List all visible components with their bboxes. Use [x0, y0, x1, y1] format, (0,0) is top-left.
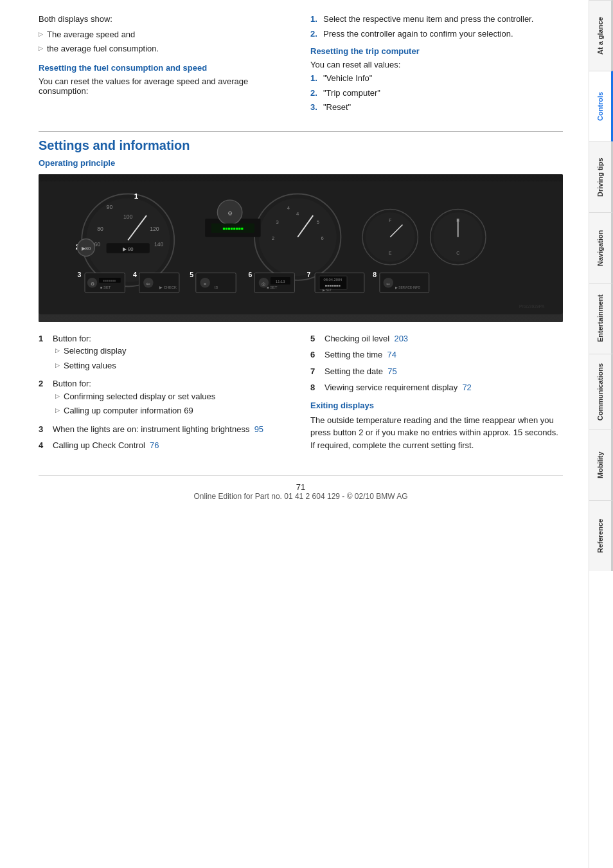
tri-icon: ▷ [55, 347, 60, 356]
trip-intro: You can reset all values: [310, 60, 563, 69]
bullet-avg-speed-text: The average speed and [47, 28, 135, 41]
desc-1-bullet-2: ▷ Setting values [55, 359, 291, 372]
desc-5-link[interactable]: 203 [394, 334, 408, 343]
tab-navigation-label: Navigation [596, 230, 604, 266]
desc-7-link[interactable]: 75 [387, 366, 396, 376]
trip-step-2-num: 2. [310, 87, 319, 100]
desc-num-8: 8 [310, 381, 319, 394]
svg-text:90: 90 [107, 204, 113, 211]
desc-item-3: 3 When the lights are on: instrument lig… [39, 423, 291, 436]
svg-text:100: 100 [123, 213, 133, 220]
svg-text:08.04.2004: 08.04.2004 [324, 278, 343, 282]
trip-step-1-text: "Vehicle Info" [323, 72, 372, 85]
desc-8-title: Viewing service requirement display [324, 383, 458, 392]
sidebar-tab-entertainment[interactable]: Entertainment [589, 283, 613, 354]
svg-text:■■■■■■■■: ■■■■■■■■ [222, 226, 243, 231]
tab-mobility-label: Mobility [596, 452, 604, 479]
tri-icon-2: ▷ [55, 361, 60, 370]
sidebar-tab-reference[interactable]: Reference [589, 500, 613, 571]
desc-item-2: 2 Button for: ▷ Confirming selected disp… [39, 377, 291, 419]
footer: 71 Online Edition for Part no. 01 41 2 6… [39, 475, 563, 501]
sidebar-tab-controls[interactable]: Controls [589, 71, 613, 141]
desc-item-5: 5 Checking oil level 203 [310, 332, 563, 345]
svg-text:3: 3 [77, 271, 81, 278]
desc-content-6: Setting the time 74 [324, 348, 563, 361]
desc-col-left: 1 Button for: ▷ Selecting display ▷ Sett… [39, 332, 291, 456]
step-2: 2. Press the controller again to confirm… [310, 28, 563, 41]
trip-step-1: 1. "Vehicle Info" [310, 72, 563, 85]
svg-text:140: 140 [154, 241, 164, 248]
trip-step-2: 2. "Trip computer" [310, 87, 563, 100]
trip-computer-heading: Resetting the trip computer [310, 46, 563, 56]
desc-4-link[interactable]: 76 [150, 440, 159, 450]
desc-num-6: 6 [310, 348, 319, 361]
desc-1-title: Button for: [53, 334, 91, 343]
bullet-avg-fuel-text: the average fuel consumption. [47, 42, 159, 55]
svg-text:120: 120 [150, 226, 159, 232]
tab-controls-label: Controls [596, 92, 604, 121]
desc-1-b1-text: Selecting display [64, 345, 127, 357]
desc-2-b2-text: Calling up computer information 69 [64, 404, 193, 417]
svg-text:⇦: ⇦ [386, 282, 390, 286]
svg-text:▶ 80: ▶ 80 [123, 246, 134, 252]
resetting-text: You can reset the values for average spe… [39, 77, 291, 96]
trip-step-3-num: 3. [310, 101, 319, 114]
svg-text:▶ CHECK: ▶ CHECK [159, 285, 177, 289]
desc-content-8: Viewing service requirement display 72 [324, 381, 563, 394]
svg-text:6: 6 [248, 271, 252, 278]
step-1-num: 1. [310, 13, 319, 26]
tab-communications-label: Communications [596, 363, 604, 420]
svg-text:2: 2 [272, 236, 274, 242]
desc-6-link[interactable]: 74 [387, 350, 396, 359]
svg-text:8: 8 [373, 271, 377, 278]
sidebar-tab-driving-tips[interactable]: Driving tips [589, 141, 613, 212]
svg-text:IS: IS [215, 285, 218, 289]
desc-num-3: 3 [39, 423, 48, 436]
desc-num-1: 1 [39, 332, 48, 374]
svg-text:80: 80 [97, 226, 103, 232]
desc-col-right: 5 Checking oil level 203 6 Setting the t… [310, 332, 563, 456]
description-section: 1 Button for: ▷ Selecting display ▷ Sett… [39, 332, 563, 456]
svg-text:▶80: ▶80 [82, 246, 91, 251]
tri-icon-3: ▷ [55, 392, 60, 401]
desc-3-title: When the lights are on: instrument light… [53, 424, 249, 434]
desc-content-4: Calling up Check Control 76 [53, 439, 291, 452]
svg-text:5: 5 [190, 271, 193, 278]
svg-text:4: 4 [287, 205, 290, 211]
desc-3-link[interactable]: 95 [254, 424, 263, 434]
svg-text:11:13: 11:13 [276, 280, 285, 284]
desc-8-link[interactable]: 72 [462, 383, 471, 392]
trip-step-3-text: "Reset" [323, 101, 351, 114]
desc-2-b1-text: Confirming selected display or set value… [64, 390, 215, 403]
sidebar-tab-navigation[interactable]: Navigation [589, 212, 613, 283]
desc-item-8: 8 Viewing service requirement display 72 [310, 381, 563, 394]
desc-item-7: 7 Setting the date 75 [310, 365, 563, 378]
section-divider [39, 131, 563, 132]
tab-driving-tips-label: Driving tips [596, 158, 604, 197]
sidebar-tab-at-a-glance[interactable]: At a glance [589, 0, 613, 71]
desc-content-7: Setting the date 75 [324, 365, 563, 378]
sidebar-tab-communications[interactable]: Communications [589, 354, 613, 429]
desc-content-5: Checking oil level 203 [324, 332, 563, 345]
tri-icon-4: ▷ [55, 406, 60, 415]
svg-text:▶ SERVICE-INFO: ▶ SERVICE-INFO [395, 286, 421, 289]
sidebar-tab-mobility[interactable]: Mobility [589, 429, 613, 500]
trip-step-1-num: 1. [310, 72, 319, 85]
svg-text:4: 4 [296, 211, 299, 217]
desc-content-3: When the lights are on: instrument light… [53, 423, 291, 436]
svg-point-17 [259, 198, 337, 276]
svg-text:▶ SET: ▶ SET [323, 289, 332, 292]
svg-text:E: E [389, 251, 392, 255]
both-displays-text: Both displays show: [39, 13, 291, 26]
step-1: 1. Select the respective menu item and p… [310, 13, 563, 26]
svg-text:6: 6 [321, 236, 323, 242]
page-number: 71 [39, 482, 563, 492]
dashboard-inner: 100 120 140 80 60 90 1 ▶ 80 [39, 174, 563, 322]
bullet-avg-speed: ▷ The average speed and [39, 28, 291, 41]
svg-text:■■■■■■■: ■■■■■■■ [325, 284, 341, 287]
svg-text:■■■■■■■: ■■■■■■■ [103, 279, 116, 282]
desc-num-2: 2 [39, 377, 48, 419]
desc-num-5: 5 [310, 332, 319, 345]
desc-item-4: 4 Calling up Check Control 76 [39, 439, 291, 452]
copyright-text: Online Edition for Part no. 01 41 2 604 … [39, 492, 563, 501]
